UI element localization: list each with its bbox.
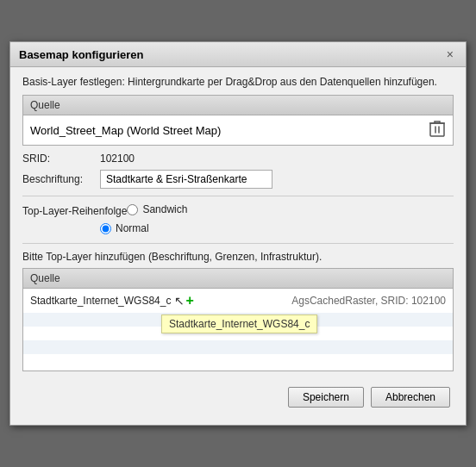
sandwich-radio[interactable] — [127, 204, 138, 215]
svg-rect-0 — [430, 123, 444, 136]
srid-label: SRID: — [22, 153, 100, 165]
top-layer-row: Stadtkarte_Internet_WGS84_c ↖ + AgsCache… — [23, 289, 453, 313]
basis-layer-description: Basis-Layer festlegen: Hintergrundkarte … — [22, 76, 454, 88]
trash-icon — [429, 119, 446, 138]
basis-layer-row: World_Street_Map (World Street Map) — [23, 115, 453, 145]
description-label: Beschriftung: — [22, 173, 100, 185]
save-button[interactable]: Speichern — [288, 387, 364, 408]
dialog-body: Basis-Layer festlegen: Hintergrundkarte … — [10, 67, 466, 425]
normal-label: Normal — [116, 222, 149, 234]
cursor-arrow-icon: ↖ — [174, 294, 185, 308]
sandwich-label: Sandwich — [142, 203, 187, 215]
description-input[interactable] — [100, 170, 272, 189]
alt-row-3 — [23, 340, 453, 354]
top-layer-table-header: Quelle — [23, 269, 453, 289]
dialog-title-text: Basemap konfigurieren — [19, 48, 144, 61]
normal-radio-row: Normal — [100, 222, 454, 234]
sandwich-radio-row: Sandwich — [127, 203, 187, 215]
close-button[interactable]: × — [443, 47, 457, 61]
top-layer-row-srid: AgsCachedRaster, SRID: 102100 — [291, 295, 446, 307]
description-row: Beschriftung: — [22, 170, 454, 189]
configure-basemap-dialog: Basemap konfigurieren × Basis-Layer fest… — [9, 41, 467, 426]
top-layer-table: Quelle Stadtkarte_Internet_WGS84_c ↖ + A… — [22, 268, 454, 371]
normal-radio[interactable] — [100, 223, 111, 234]
basis-layer-row-value: World_Street_Map (World Street Map) — [30, 124, 221, 137]
footer-row: Speichern Abbrechen — [22, 380, 454, 416]
delete-layer-button[interactable] — [429, 119, 446, 141]
cancel-button[interactable]: Abbrechen — [371, 387, 450, 408]
dialog-title-bar: Basemap konfigurieren × — [10, 42, 466, 67]
top-layer-row-left: Stadtkarte_Internet_WGS84_c ↖ + — [30, 294, 194, 308]
alt-row-4 — [23, 354, 453, 368]
divider — [22, 196, 454, 196]
srid-row: SRID: 102100 — [22, 153, 454, 165]
divider2 — [22, 243, 454, 244]
top-layer-order-group: Top-Layer-Reihenfolge Sandwich Normal — [22, 203, 454, 234]
top-layer-description: Bitte Top-Layer hinzufügen (Beschriftung… — [22, 251, 454, 263]
basis-layer-table-header: Quelle — [23, 96, 453, 115]
basis-layer-table: Quelle World_Street_Map (World Street Ma… — [22, 95, 454, 146]
top-layer-row-name: Stadtkarte_Internet_WGS84_c — [30, 295, 171, 307]
top-layer-order-label: Top-Layer-Reihenfolge — [22, 205, 127, 217]
add-plus-icon: + — [185, 294, 193, 308]
tooltip: Stadtkarte_Internet_WGS84_c — [161, 314, 317, 333]
srid-value: 102100 — [100, 153, 135, 165]
cursor-with-plus: ↖ + — [174, 294, 193, 308]
top-layer-order-row: Top-Layer-Reihenfolge Sandwich — [22, 203, 454, 219]
